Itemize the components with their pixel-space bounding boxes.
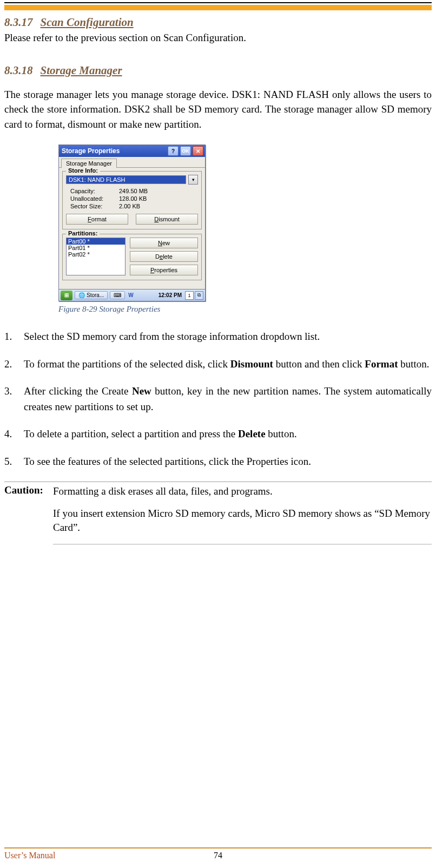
dismount-button[interactable]: Dismount bbox=[136, 214, 198, 225]
step-1: Select the SD memory card from the stora… bbox=[4, 329, 432, 345]
window-titlebar: Storage Properties ? OK ✕ bbox=[59, 145, 205, 157]
heading-title: Storage Manager bbox=[41, 64, 122, 77]
partition-item[interactable]: Part00 * bbox=[67, 238, 125, 245]
page-footer: User’s Manual 74 bbox=[4, 847, 432, 860]
step-2: To format the partitions of the selected… bbox=[4, 357, 432, 372]
dropdown-button[interactable]: ▾ bbox=[188, 175, 198, 185]
properties-button[interactable]: Properties bbox=[130, 265, 198, 275]
format-button[interactable]: Format bbox=[66, 214, 128, 225]
taskbar-item-keyboard[interactable]: ⌨ bbox=[110, 291, 125, 299]
taskbar: ⊞ 🌐Stora... ⌨ W 12:02 PM 1 ⧉ bbox=[59, 289, 205, 301]
store-select[interactable]: DSK1: NAND FLASH bbox=[66, 175, 186, 184]
capacity-value: 249.50 MB bbox=[119, 188, 148, 194]
new-button[interactable]: New bbox=[130, 238, 198, 248]
help-button[interactable]: ? bbox=[168, 146, 179, 156]
partitions-listbox[interactable]: Part00 * Part01 * Part02 * bbox=[66, 238, 125, 275]
figure-caption: Figure 8-29 Storage Properties bbox=[58, 305, 432, 314]
heading-scan-configuration: 8.3.17Scan Configuration bbox=[4, 16, 432, 29]
heading-storage-manager: 8.3.18Storage Manager bbox=[4, 64, 432, 77]
footer-divider bbox=[4, 847, 432, 849]
globe-icon: 🌐 bbox=[78, 292, 85, 298]
capacity-label: Capacity: bbox=[70, 188, 119, 194]
step-3: After clicking the Create New button, ke… bbox=[4, 384, 432, 415]
caution-label: Caution: bbox=[4, 484, 53, 543]
sector-size-value: 2.00 KB bbox=[119, 203, 140, 209]
storage-properties-screenshot: Storage Properties ? OK ✕ Storage Manage… bbox=[58, 144, 206, 301]
heading-title: Scan Configuration bbox=[41, 16, 134, 29]
caution-text-2: If you insert extension Micro SD memory … bbox=[53, 507, 432, 535]
keyboard-icon: ⌨ bbox=[114, 292, 121, 298]
taskbar-item-storage[interactable]: 🌐Stora... bbox=[75, 291, 108, 299]
scan-configuration-text: Please refer to the previous section on … bbox=[4, 30, 432, 45]
partitions-label: Partitions: bbox=[66, 230, 100, 236]
caution-block: Caution: Formatting a disk erases all da… bbox=[4, 484, 432, 543]
unallocated-value: 128.00 KB bbox=[119, 195, 147, 202]
caution-text-1: Formatting a disk erases all data, files… bbox=[53, 484, 432, 499]
start-button[interactable]: ⊞ bbox=[61, 291, 72, 300]
tray-item[interactable]: ⧉ bbox=[195, 291, 203, 300]
step-4: To delete a partition, select a partitio… bbox=[4, 426, 432, 442]
partition-item[interactable]: Part01 * bbox=[67, 245, 125, 251]
tray-item[interactable]: 1 bbox=[185, 291, 194, 300]
heading-number: 8.3.17 bbox=[4, 16, 33, 29]
heading-number: 8.3.18 bbox=[4, 64, 33, 77]
partition-item[interactable]: Part02 * bbox=[67, 251, 125, 258]
delete-button[interactable]: Delete bbox=[130, 251, 198, 262]
window-title: Storage Properties bbox=[61, 147, 166, 155]
footer-manual-label: User’s Manual bbox=[4, 851, 55, 860]
store-select-value: DSK1: NAND FLASH bbox=[67, 176, 186, 183]
ok-button[interactable]: OK bbox=[180, 146, 191, 156]
close-button[interactable]: ✕ bbox=[193, 146, 203, 156]
top-divider bbox=[4, 2, 432, 3]
store-info-label: Store Info: bbox=[66, 167, 100, 174]
word-icon: W bbox=[128, 292, 133, 298]
page-number: 74 bbox=[214, 851, 222, 860]
orange-bar bbox=[4, 5, 432, 10]
caution-end-separator bbox=[53, 544, 432, 544]
tab-storage-manager[interactable]: Storage Manager bbox=[61, 159, 117, 168]
sector-size-label: Sector Size: bbox=[70, 203, 119, 209]
taskbar-clock: 12:02 PM bbox=[158, 292, 182, 298]
storage-manager-intro: The storage manager lets you manage stor… bbox=[4, 87, 432, 132]
unallocated-label: Unallocated: bbox=[70, 195, 119, 202]
step-5: To see the features of the selected part… bbox=[4, 454, 432, 470]
caution-separator bbox=[4, 481, 432, 482]
